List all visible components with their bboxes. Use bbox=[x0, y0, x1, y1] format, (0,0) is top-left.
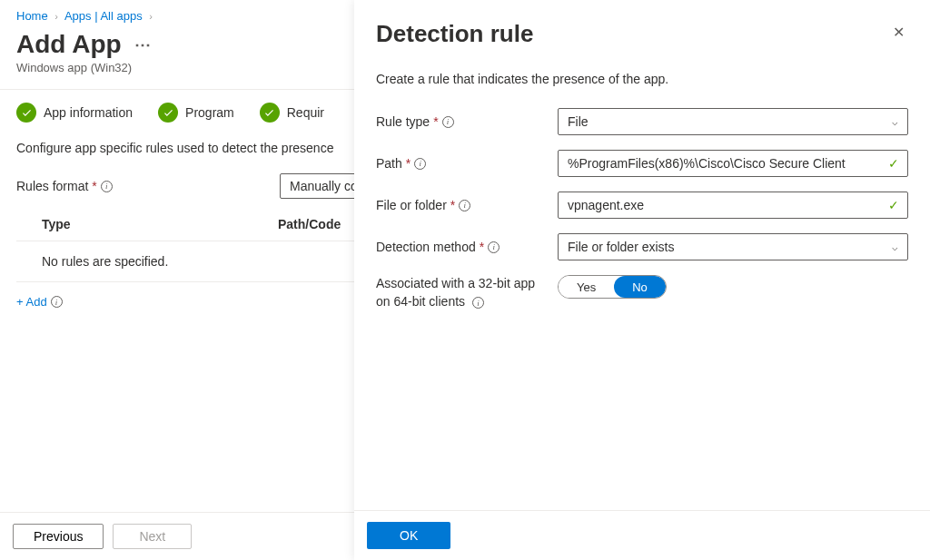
detection-method-row: Detection method * i File or folder exis… bbox=[376, 233, 908, 260]
chevron-right-icon: › bbox=[149, 11, 153, 22]
associated-32bit-label: Associated with a 32-bit app on 64-bit c… bbox=[376, 275, 558, 310]
required-asterisk: * bbox=[406, 156, 411, 171]
chevron-down-icon: ⌵ bbox=[892, 116, 898, 128]
label-text: on 64-bit clients bbox=[376, 294, 465, 309]
panel-footer: OK bbox=[354, 510, 930, 560]
wizard-footer: Previous Next bbox=[0, 512, 354, 560]
info-icon[interactable]: i bbox=[488, 241, 500, 253]
info-icon[interactable]: i bbox=[414, 158, 426, 170]
file-row: File or folder * i ✓ bbox=[376, 192, 908, 219]
path-input[interactable] bbox=[558, 150, 908, 177]
breadcrumb-apps[interactable]: Apps | All apps bbox=[64, 9, 143, 23]
more-icon[interactable]: ⋯ bbox=[134, 34, 153, 54]
step-app-information[interactable]: App information bbox=[16, 103, 133, 123]
step-program[interactable]: Program bbox=[158, 103, 234, 123]
required-asterisk: * bbox=[433, 114, 438, 129]
label-text: Path bbox=[376, 156, 402, 171]
path-label: Path * i bbox=[376, 156, 558, 171]
panel-description: Create a rule that indicates the presenc… bbox=[376, 72, 908, 86]
next-button: Next bbox=[113, 524, 192, 549]
panel-body: Create a rule that indicates the presenc… bbox=[354, 57, 930, 510]
step-requirements[interactable]: Requir bbox=[260, 103, 324, 123]
info-icon[interactable]: i bbox=[101, 181, 113, 192]
toggle-no[interactable]: No bbox=[614, 276, 666, 298]
file-label: File or folder * i bbox=[376, 198, 558, 212]
label-text: Rule type bbox=[376, 114, 430, 129]
previous-button[interactable]: Previous bbox=[13, 524, 104, 549]
breadcrumb-home[interactable]: Home bbox=[16, 9, 48, 23]
info-icon[interactable]: i bbox=[472, 297, 484, 309]
step-label: Program bbox=[185, 105, 234, 120]
required-asterisk: * bbox=[480, 240, 484, 254]
detection-method-select[interactable]: File or folder exists ⌵ bbox=[558, 233, 908, 260]
detection-rule-panel: Detection rule ✕ Create a rule that indi… bbox=[354, 0, 930, 560]
dropdown-value: File or folder exists bbox=[568, 240, 674, 254]
path-row: Path * i ✓ bbox=[376, 150, 908, 177]
rule-type-row: Rule type * i File ⌵ bbox=[376, 108, 908, 135]
column-type: Type bbox=[42, 217, 278, 231]
info-icon[interactable]: i bbox=[459, 200, 470, 211]
step-label: App information bbox=[44, 105, 133, 120]
chevron-down-icon: ⌵ bbox=[892, 241, 898, 253]
panel-title: Detection rule bbox=[376, 20, 533, 48]
associated-32bit-row: Associated with a 32-bit app on 64-bit c… bbox=[376, 275, 908, 310]
check-icon bbox=[16, 103, 36, 123]
rule-type-select[interactable]: File ⌵ bbox=[558, 108, 908, 135]
label-text: Associated with a 32-bit app bbox=[376, 276, 535, 290]
label-text: Detection method bbox=[376, 240, 476, 254]
label-text: Rules format bbox=[16, 179, 88, 193]
rules-format-label: Rules format * i bbox=[16, 179, 271, 193]
panel-header: Detection rule ✕ bbox=[354, 0, 930, 57]
required-asterisk: * bbox=[92, 179, 96, 193]
info-icon[interactable]: i bbox=[51, 296, 63, 308]
page-title-text: Add App bbox=[16, 30, 122, 59]
rule-type-label: Rule type * i bbox=[376, 114, 558, 129]
chevron-right-icon: › bbox=[54, 11, 58, 22]
close-icon[interactable]: ✕ bbox=[889, 20, 908, 44]
toggle-yes[interactable]: Yes bbox=[559, 276, 614, 298]
label-text: File or folder bbox=[376, 198, 447, 212]
check-icon: ✓ bbox=[888, 198, 899, 212]
associated-32bit-toggle[interactable]: Yes No bbox=[558, 275, 667, 299]
detection-method-label: Detection method * i bbox=[376, 240, 558, 254]
add-link-text: + Add bbox=[16, 295, 47, 309]
ok-button[interactable]: OK bbox=[367, 522, 450, 549]
required-asterisk: * bbox=[450, 198, 455, 212]
dropdown-value: File bbox=[568, 114, 589, 129]
info-icon[interactable]: i bbox=[442, 116, 454, 128]
check-icon: ✓ bbox=[888, 156, 899, 171]
check-icon bbox=[158, 103, 178, 123]
check-icon bbox=[260, 103, 280, 123]
step-label: Requir bbox=[287, 105, 324, 120]
file-input[interactable] bbox=[558, 192, 908, 219]
